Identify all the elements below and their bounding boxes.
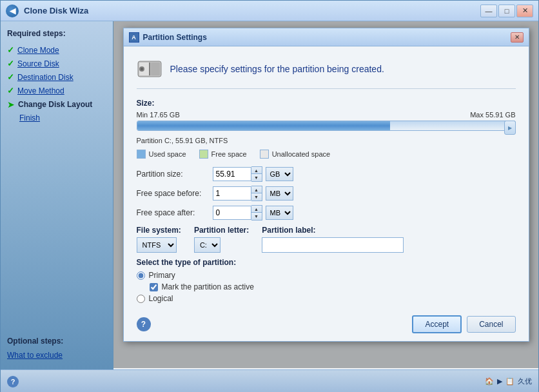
cancel-button[interactable]: Cancel <box>467 316 515 333</box>
slider-thumb[interactable]: ▶ <box>504 121 516 135</box>
partition-type-title: Select the type of partition: <box>137 258 516 267</box>
logical-label: Logical <box>149 294 173 303</box>
sidebar-item-label: Move Method <box>17 86 64 95</box>
size-slider-container[interactable]: ▶ <box>137 121 516 135</box>
free-after-unit[interactable]: MBGB <box>266 206 293 220</box>
bottom-bar-right: 🏠 ▶ 📋 久优 <box>485 377 532 386</box>
sidebar-item-clone-mode[interactable]: ✓ Clone Mode <box>7 43 106 57</box>
min-size-label: Min 17.65 GB <box>137 111 180 119</box>
dialog-icon: A <box>129 32 139 43</box>
spin-up-button[interactable]: ▲ <box>251 167 262 174</box>
app-icon: ◀ <box>6 5 19 17</box>
maximize-button[interactable]: □ <box>498 5 515 17</box>
legend-free: Free space <box>199 150 247 159</box>
pl-label: Partition letter: <box>194 226 249 235</box>
sidebar-item-finish[interactable]: Finish <box>7 112 106 124</box>
check-icon: ✓ <box>7 59 14 68</box>
fs-select[interactable]: NTFSFAT32exFAT <box>137 237 177 253</box>
dialog-info-button[interactable]: ? <box>137 317 151 331</box>
check-icon: ✓ <box>7 72 14 82</box>
svg-point-4 <box>141 68 143 70</box>
free-before-input-group: ▲ ▼ MBGB <box>213 186 293 201</box>
svg-rect-2 <box>151 63 160 75</box>
primary-radio[interactable] <box>137 271 145 280</box>
partition-label-field[interactable] <box>262 237 404 253</box>
optional-steps-label: Optional steps: <box>7 337 106 346</box>
spin-up-button[interactable]: ▲ <box>251 206 262 213</box>
dialog-close-button[interactable]: ✕ <box>511 32 524 43</box>
sidebar-item-label: Finish <box>19 113 40 122</box>
spin-down-button[interactable]: ▼ <box>251 174 262 181</box>
unalloc-color-box <box>260 150 269 159</box>
logical-radio[interactable] <box>137 295 145 303</box>
bottom-info-button[interactable]: ? <box>7 376 19 387</box>
partition-size-input-group: ▲ ▼ GBMB <box>213 166 293 182</box>
dialog-title-bar: A Partition Settings ✕ <box>124 28 529 46</box>
sidebar-item-label: What to exclude <box>7 351 63 360</box>
spin-up-button[interactable]: ▲ <box>251 186 262 193</box>
close-button[interactable]: ✕ <box>516 5 533 17</box>
sidebar-item-label: Clone Mode <box>17 46 59 55</box>
content-area: Required steps: ✓ Clone Mode ✓ Source Di… <box>1 21 538 369</box>
dialog-overlay: A Partition Settings ✕ <box>113 21 538 368</box>
plabel-col: Partition label: <box>262 226 404 253</box>
current-arrow-icon: ➤ <box>7 99 15 110</box>
unalloc-label: Unallocated space <box>272 150 331 158</box>
size-section-label: Size: <box>137 99 516 108</box>
required-steps-label: Required steps: <box>7 29 106 38</box>
dialog-header-text: Please specify settings for the partitio… <box>170 64 384 74</box>
free-before-spinner: ▲ ▼ <box>251 186 262 201</box>
free-before-unit[interactable]: MBGB <box>266 186 293 201</box>
window-controls: — □ ✕ <box>480 5 533 17</box>
partition-size-field[interactable] <box>213 167 251 181</box>
max-size-label: Max 55.91 GB <box>470 111 515 119</box>
pl-col: Partition letter: C:D:E: <box>194 226 249 253</box>
bottom-text: 久优 <box>518 377 532 386</box>
partition-size-label: Partition size: <box>137 170 208 179</box>
bottom-icon-2[interactable]: ▶ <box>497 377 502 386</box>
accept-button[interactable]: Accept <box>412 315 462 333</box>
legend-used: Used space <box>137 150 186 159</box>
check-icon: ✓ <box>7 86 14 95</box>
used-label: Used space <box>149 150 186 158</box>
free-after-spinner: ▲ ▼ <box>251 205 262 220</box>
free-color-box <box>199 150 208 159</box>
sidebar-item-source-disk[interactable]: ✓ Source Disk <box>7 57 106 70</box>
free-after-input-group: ▲ ▼ MBGB <box>213 205 293 220</box>
fs-label: File system: <box>137 226 181 235</box>
mark-active-checkbox[interactable] <box>150 283 158 291</box>
plabel-label: Partition label: <box>262 226 404 235</box>
free-space-after-row: Free space after: ▲ ▼ MBGB <box>137 205 516 220</box>
partition-letter-select[interactable]: C:D:E: <box>194 237 220 253</box>
free-space-before-row: Free space before: ▲ ▼ MBGB <box>137 186 516 201</box>
minimize-button[interactable]: — <box>480 5 497 17</box>
window-title: Clone Disk Wiza <box>24 6 480 15</box>
spin-down-button[interactable]: ▼ <box>251 193 262 201</box>
title-bar: ◀ Clone Disk Wiza — □ ✕ <box>1 1 538 21</box>
main-window: ◀ Clone Disk Wiza — □ ✕ Required steps: … <box>0 0 539 392</box>
bottom-icon-3[interactable]: 📋 <box>505 377 514 386</box>
slider-fill <box>137 121 391 130</box>
partition-size-row: Partition size: ▲ ▼ GBMB <box>137 166 516 182</box>
sidebar-item-change-disk-layout[interactable]: ➤ Change Disk Layout <box>7 97 106 112</box>
slider-track <box>137 121 516 131</box>
free-space-after-label: Free space after: <box>137 208 208 217</box>
partition-size-unit[interactable]: GBMB <box>266 167 293 181</box>
partition-info: Partition C:, 55.91 GB, NTFS <box>137 137 516 144</box>
sidebar-item-move-method[interactable]: ✓ Move Method <box>7 84 106 97</box>
size-range-labels: Min 17.65 GB Max 55.91 GB <box>137 111 516 119</box>
free-space-before-field[interactable] <box>213 186 251 201</box>
bottom-icon-1[interactable]: 🏠 <box>485 377 494 386</box>
partition-icon <box>137 56 162 82</box>
sidebar: Required steps: ✓ Clone Mode ✓ Source Di… <box>1 21 113 369</box>
legend-unallocated: Unallocated space <box>260 150 331 159</box>
free-space-after-field[interactable] <box>213 206 251 220</box>
dialog-body: Please specify settings for the partitio… <box>124 46 529 315</box>
partition-settings-dialog: A Partition Settings ✕ <box>123 28 529 342</box>
mark-active-label: Mark the partition as active <box>162 282 254 291</box>
fs-col: File system: NTFSFAT32exFAT <box>137 226 181 253</box>
sidebar-item-what-to-exclude[interactable]: What to exclude <box>7 349 106 362</box>
sidebar-item-destination-disk[interactable]: ✓ Destination Disk <box>7 70 106 84</box>
free-label: Free space <box>211 150 247 158</box>
spin-down-button[interactable]: ▼ <box>251 213 262 220</box>
